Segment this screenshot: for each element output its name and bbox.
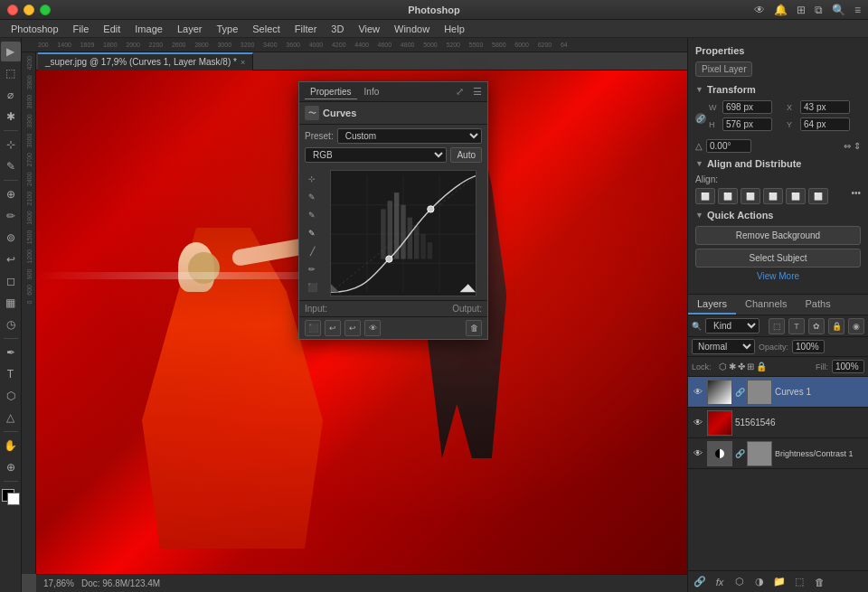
- curves-icon-2[interactable]: ↩: [325, 320, 341, 336]
- adjustment-icon[interactable]: ◑: [751, 574, 768, 590]
- fx-icon[interactable]: fx: [712, 574, 728, 590]
- menu-layer[interactable]: Layer: [170, 22, 210, 36]
- view-more-link[interactable]: View More: [695, 271, 861, 281]
- lock-artboard-icon[interactable]: ⊞: [747, 362, 754, 371]
- align-center-v-btn[interactable]: ⬜: [786, 188, 806, 204]
- preset-select[interactable]: Custom: [337, 128, 482, 144]
- tab-info[interactable]: Info: [359, 85, 385, 99]
- align-bottom-btn[interactable]: ⬜: [808, 188, 828, 204]
- tab-close-icon[interactable]: ×: [241, 58, 245, 67]
- popup-expand-icon[interactable]: ⤢: [456, 86, 464, 98]
- menu-window[interactable]: Window: [387, 22, 437, 36]
- blend-mode-select[interactable]: Normal: [692, 339, 755, 354]
- lock-image-icon[interactable]: ✱: [729, 362, 736, 371]
- filter-toggle[interactable]: ◉: [848, 318, 864, 334]
- layers-tab[interactable]: Layers: [688, 295, 736, 315]
- eyedropper-black[interactable]: ✎: [305, 190, 319, 204]
- menu-type[interactable]: Type: [209, 22, 245, 36]
- eraser-tool[interactable]: ◻: [1, 271, 21, 291]
- background-color[interactable]: [7, 493, 20, 505]
- zoom-tool[interactable]: ⊕: [1, 457, 21, 477]
- align-top-btn[interactable]: ⬜: [763, 188, 783, 204]
- pen-tool[interactable]: ✒: [1, 343, 21, 362]
- color-swatches[interactable]: [2, 489, 20, 505]
- path-select[interactable]: ⬡: [1, 386, 21, 406]
- move-tool[interactable]: ▶: [1, 42, 21, 61]
- gradient-tool[interactable]: ▦: [1, 293, 21, 313]
- align-right-btn[interactable]: ⬜: [741, 188, 760, 204]
- shape-tool[interactable]: △: [1, 408, 21, 428]
- layer-icon-btn-3[interactable]: ✿: [808, 318, 825, 334]
- history-brush[interactable]: ↩: [1, 249, 21, 269]
- align-section-header[interactable]: ▼ Align and Distribute: [695, 158, 861, 169]
- auto-button[interactable]: Auto: [450, 147, 482, 163]
- brush-tool[interactable]: ✏: [1, 206, 21, 226]
- clone-stamp[interactable]: ⊚: [1, 228, 21, 248]
- align-center-h-btn[interactable]: ⬜: [718, 188, 738, 204]
- text-tool[interactable]: T: [1, 364, 21, 384]
- minimize-button[interactable]: [24, 5, 34, 15]
- selection-tool[interactable]: ⬚: [1, 63, 21, 83]
- remove-bg-button[interactable]: Remove Background: [695, 226, 861, 245]
- menu-select[interactable]: Select: [245, 22, 288, 36]
- new-layer-icon[interactable]: ⬚: [791, 574, 807, 590]
- eyedropper-white[interactable]: ✎: [305, 226, 319, 240]
- hand-tool[interactable]: ✋: [1, 436, 21, 456]
- lock-transparent-icon[interactable]: ⬡: [719, 362, 727, 371]
- layer-item-brightness[interactable]: 👁 🔗 Brightness/Contrast 1: [688, 438, 868, 469]
- fill-input[interactable]: [832, 360, 864, 373]
- curves-icon-3[interactable]: ↩: [344, 320, 361, 336]
- close-button[interactable]: [7, 5, 18, 15]
- layer-eye-curves[interactable]: 👁: [692, 386, 704, 399]
- w-input[interactable]: [722, 100, 772, 114]
- layer-eye-photo[interactable]: 👁: [692, 417, 704, 429]
- lock-position-icon[interactable]: ✤: [738, 362, 745, 371]
- layer-icon-btn-2[interactable]: T: [788, 318, 805, 334]
- lock-all-icon[interactable]: 🔒: [756, 362, 767, 371]
- menu-3d[interactable]: 3D: [324, 22, 351, 36]
- menu-photoshop[interactable]: Photoshop: [4, 22, 66, 36]
- maximize-button[interactable]: [40, 5, 51, 15]
- flip-h-icon[interactable]: ⇔: [844, 141, 851, 151]
- layer-eye-brightness[interactable]: 👁: [692, 447, 704, 460]
- menu-edit[interactable]: Edit: [96, 22, 127, 36]
- add-link-icon[interactable]: 🔗: [692, 574, 708, 590]
- delete-layer-icon[interactable]: 🗑: [811, 574, 827, 590]
- crop-tool[interactable]: ⊹: [1, 135, 21, 155]
- opacity-input[interactable]: [792, 340, 825, 353]
- clipping-mask-icon[interactable]: ⬛: [305, 280, 319, 295]
- transform-section-header[interactable]: ▼ Transform: [695, 84, 861, 95]
- curve-pencil-tool[interactable]: ✏: [305, 262, 319, 277]
- quick-actions-header[interactable]: ▼ Quick Actions: [695, 210, 861, 221]
- add-mask-icon[interactable]: ⬡: [731, 574, 748, 590]
- menu-image[interactable]: Image: [127, 22, 170, 36]
- new-group-icon[interactable]: 📁: [771, 574, 788, 590]
- select-subject-button[interactable]: Select Subject: [695, 249, 861, 268]
- h-input[interactable]: [722, 117, 772, 131]
- layer-item-curves[interactable]: 👁 🔗 Curves 1: [688, 377, 868, 408]
- channel-select[interactable]: RGB: [305, 147, 447, 163]
- tab-properties[interactable]: Properties: [305, 85, 357, 99]
- align-more-icon[interactable]: •••: [851, 188, 861, 204]
- layer-item-photo[interactable]: 👁 51561546: [688, 408, 868, 438]
- layer-icon-btn-1[interactable]: ⬚: [769, 318, 785, 334]
- eyedropper-gray[interactable]: ✎: [305, 208, 319, 222]
- flip-v-icon[interactable]: ⇕: [854, 141, 861, 151]
- y-input[interactable]: [800, 117, 850, 131]
- curve-select-tool[interactable]: ⊹: [305, 172, 319, 186]
- canvas-tab-active[interactable]: _super.jpg @ 17,9% (Curves 1, Layer Mask…: [38, 52, 253, 70]
- align-left-btn[interactable]: ⬜: [695, 188, 715, 204]
- paths-tab[interactable]: Paths: [797, 295, 840, 315]
- healing-brush[interactable]: ⊕: [1, 184, 21, 204]
- popup-menu-icon[interactable]: ☰: [473, 86, 482, 98]
- curves-delete-icon[interactable]: 🗑: [466, 320, 482, 336]
- menu-help[interactable]: Help: [437, 22, 472, 36]
- lasso-tool[interactable]: ⌀: [1, 85, 21, 105]
- quick-select-tool[interactable]: ✱: [1, 107, 21, 127]
- filter-select[interactable]: Kind: [705, 318, 760, 334]
- menu-view[interactable]: View: [351, 22, 387, 36]
- curves-icon-4[interactable]: 👁: [364, 320, 381, 336]
- curve-line-tool[interactable]: ╱: [305, 244, 319, 258]
- blur-tool[interactable]: ◷: [1, 315, 21, 334]
- channels-tab[interactable]: Channels: [736, 295, 796, 315]
